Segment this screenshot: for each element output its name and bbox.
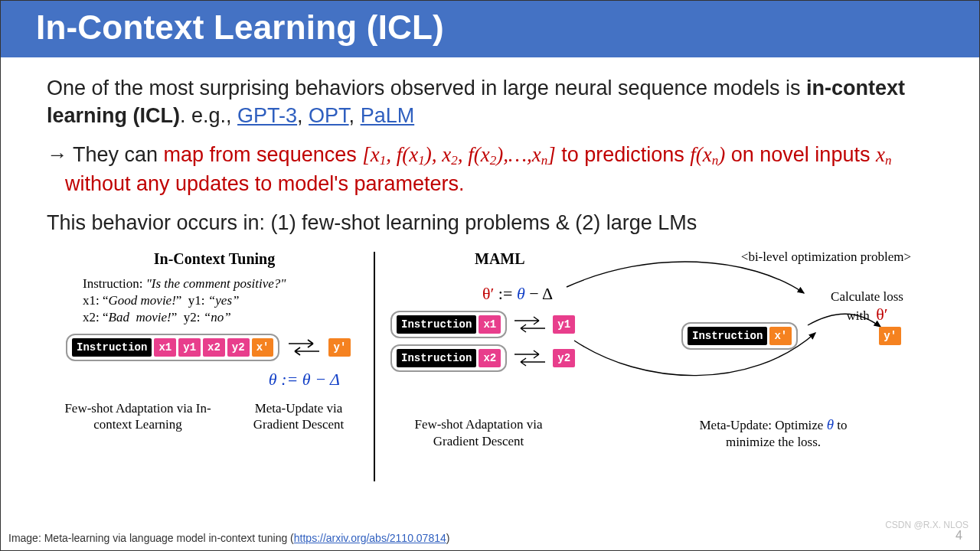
math-seq: [x1, f(x1), x2, f(x2),…,xn] [362,143,555,166]
token-instruction: Instruction [72,338,152,357]
link-palm[interactable]: PaLM [361,104,415,127]
paragraph-2: → They can map from sequences [x1, f(x1)… [47,141,933,198]
link-opt[interactable]: OPT [309,104,349,127]
token-group: Instruction x1 [390,311,507,338]
token-group: Instruction x' [681,322,798,350]
math-fxn: f(xn) [690,143,725,166]
instruction-question: "Is the comment positive?" [146,276,286,291]
text: with θ′ [847,308,888,323]
example-1: x1: “Good movie!” y1: “yes” [83,293,239,308]
token-y1: y1 [553,315,575,334]
token-instruction: Instruction [688,327,767,345]
link-gpt3[interactable]: GPT-3 [237,104,297,127]
text: One of the most surprising behaviors obs… [47,77,806,99]
text: Instruction: [83,276,146,291]
exchange-arrows-icon [287,336,321,359]
captions-left: Few-shot Adaptation via In-context Learn… [61,400,368,433]
token-x1: x1 [154,338,176,357]
caption-left-2: Meta-Update via Gradient Descent [237,400,360,433]
text: Meta-Update: Optimize [700,418,827,432]
slide-title: In-Context Learning (ICL) [36,8,944,47]
token-group: Instruction x2 [390,344,507,372]
text-red: without any updates to model's parameter… [65,172,464,195]
vertical-divider [374,252,375,481]
credit-link[interactable]: https://arxiv.org/abs/2110.07814 [294,532,446,544]
text: . e.g., [180,104,237,127]
token-x1: x1 [479,315,501,334]
math-theta: θ [827,416,834,432]
fig-left-title: In-Context Tuning [61,249,368,269]
figure: In-Context Tuning Instruction: "Is the c… [61,249,919,500]
paragraph-1: One of the most surprising behaviors obs… [47,74,933,130]
token-row-left: Instruction x1 y1 x2 y2 x' y' [66,334,368,361]
token-xprime: x' [769,327,792,345]
token-yprime: y' [328,338,351,357]
arrow-icon: → [47,143,73,166]
text-red: to predictions [556,143,691,166]
token-instruction: Instruction [397,349,476,367]
caption-right-2: Meta-Update: Optimize θ to minimize the … [674,416,873,450]
image-credit: Image: Meta-learning via language model … [8,532,449,544]
text: They can [73,143,164,166]
slide-body: One of the most surprising behaviors obs… [1,57,979,500]
captions-right: Few-shot Adaptation via Gradient Descent… [390,416,919,450]
math-theta: θ := θ − Δ [269,370,340,389]
text: Calculate loss [831,289,903,304]
token-x2: x2 [479,349,501,367]
slide: In-Context Learning (ICL) One of the mos… [0,0,980,551]
math-theta-prime: θ′ := θ − Δ [482,284,553,303]
theta-update-left: θ := θ − Δ [61,364,340,392]
exchange-arrows-icon [513,347,547,369]
caption-left-1: Few-shot Adaptation via In-context Learn… [61,400,214,433]
maml-row-test: Instruction x' y' [681,322,901,350]
instruction-block: Instruction: "Is the comment positive?" … [83,276,368,326]
token-y2: y2 [227,338,250,357]
token-y2: y2 [553,349,575,367]
caption-right-1: Few-shot Adaptation via Gradient Descent [398,416,559,450]
title-bar: In-Context Learning (ICL) [1,1,979,57]
figure-right-column: MAML <bi-level optimization problem> θ′ … [390,249,919,450]
token-x2: x2 [203,338,225,357]
text: Image: Meta-learning via language model … [8,532,294,544]
text-red: map from sequences [164,143,363,166]
calc-loss-label: Calculate loss with θ′ [831,289,903,324]
example-2: x2: “Bad movie!” y2: “no” [83,310,231,324]
text: , [349,104,361,127]
text: , [297,104,309,127]
token-yprime: y' [879,327,901,345]
token-group: Instruction x1 y1 x2 y2 x' [66,334,279,361]
exchange-arrows-icon [513,314,547,335]
text: ) [446,532,450,544]
figure-left-column: In-Context Tuning Instruction: "Is the c… [61,249,368,432]
paragraph-3: This behavior occurs in: (1) few-shot le… [47,209,933,236]
math-xn: xn [876,143,891,166]
text-red: on novel inputs [725,143,876,166]
token-instruction: Instruction [397,315,476,334]
bi-level-label: <bi-level optimization problem> [741,249,911,266]
token-xprime: x' [252,338,274,357]
page-number: 4 [956,529,962,543]
token-y1: y1 [178,338,201,357]
